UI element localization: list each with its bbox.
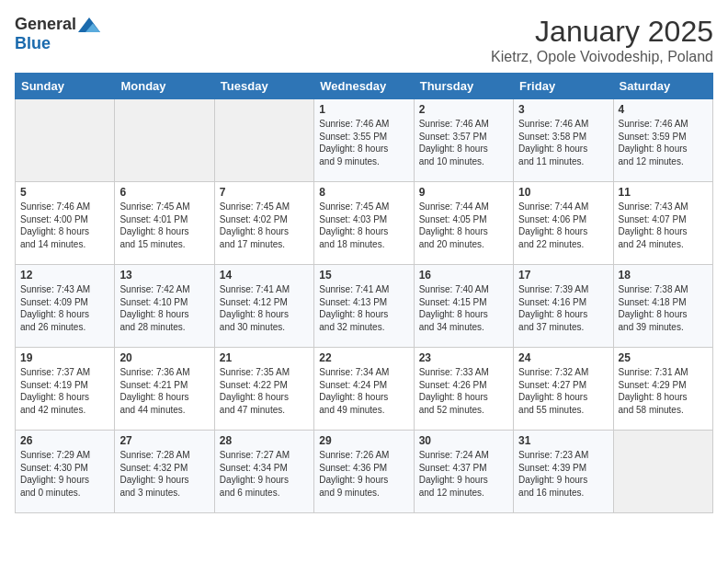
cell-content: Sunrise: 7:43 AM Sunset: 4:07 PM Dayligh… — [619, 201, 708, 250]
header-day-wednesday: Wednesday — [314, 74, 414, 99]
day-number: 21 — [220, 351, 309, 364]
calendar-cell: 25Sunrise: 7:31 AM Sunset: 4:29 PM Dayli… — [613, 348, 712, 431]
calendar-cell: 11Sunrise: 7:43 AM Sunset: 4:07 PM Dayli… — [613, 182, 712, 265]
calendar-cell: 10Sunrise: 7:44 AM Sunset: 4:06 PM Dayli… — [514, 182, 613, 265]
calendar-cell — [613, 431, 712, 513]
calendar-cell: 22Sunrise: 7:34 AM Sunset: 4:24 PM Dayli… — [314, 348, 414, 431]
week-row-2: 5Sunrise: 7:46 AM Sunset: 4:00 PM Daylig… — [16, 182, 713, 265]
calendar-cell: 7Sunrise: 7:45 AM Sunset: 4:02 PM Daylig… — [214, 182, 313, 265]
day-number: 1 — [319, 103, 408, 116]
calendar-cell: 27Sunrise: 7:28 AM Sunset: 4:32 PM Dayli… — [115, 431, 214, 513]
calendar-cell: 2Sunrise: 7:46 AM Sunset: 3:57 PM Daylig… — [414, 99, 513, 182]
calendar-cell: 23Sunrise: 7:33 AM Sunset: 4:26 PM Dayli… — [414, 348, 513, 431]
day-number: 24 — [518, 351, 608, 364]
day-number: 16 — [419, 269, 508, 282]
calendar-cell: 15Sunrise: 7:41 AM Sunset: 4:13 PM Dayli… — [314, 265, 414, 348]
location-title: Kietrz, Opole Voivodeship, Poland — [491, 49, 713, 65]
day-number: 4 — [619, 103, 708, 116]
cell-content: Sunrise: 7:46 AM Sunset: 4:00 PM Dayligh… — [20, 201, 109, 250]
week-row-3: 12Sunrise: 7:43 AM Sunset: 4:09 PM Dayli… — [16, 265, 713, 348]
day-number: 3 — [518, 103, 608, 116]
day-number: 20 — [119, 351, 209, 364]
calendar-cell — [214, 99, 313, 182]
cell-content: Sunrise: 7:27 AM Sunset: 4:34 PM Dayligh… — [220, 449, 309, 499]
day-number: 23 — [419, 351, 508, 364]
header-day-friday: Friday — [514, 74, 613, 99]
week-row-5: 26Sunrise: 7:29 AM Sunset: 4:30 PM Dayli… — [16, 431, 713, 513]
calendar-cell — [115, 99, 214, 182]
calendar-cell: 30Sunrise: 7:24 AM Sunset: 4:37 PM Dayli… — [414, 431, 513, 513]
day-number: 13 — [119, 269, 209, 282]
day-number: 28 — [220, 434, 309, 447]
cell-content: Sunrise: 7:45 AM Sunset: 4:02 PM Dayligh… — [220, 201, 309, 250]
cell-content: Sunrise: 7:44 AM Sunset: 4:06 PM Dayligh… — [518, 201, 608, 250]
calendar-cell: 19Sunrise: 7:37 AM Sunset: 4:19 PM Dayli… — [16, 348, 115, 431]
cell-content: Sunrise: 7:44 AM Sunset: 4:05 PM Dayligh… — [419, 201, 508, 250]
calendar-cell — [16, 99, 115, 182]
logo-general: General — [15, 15, 76, 34]
cell-content: Sunrise: 7:24 AM Sunset: 4:37 PM Dayligh… — [419, 449, 508, 499]
logo-blue: Blue — [15, 34, 51, 53]
cell-content: Sunrise: 7:32 AM Sunset: 4:27 PM Dayligh… — [518, 366, 608, 416]
calendar-cell: 31Sunrise: 7:23 AM Sunset: 4:39 PM Dayli… — [514, 431, 613, 513]
calendar-cell: 4Sunrise: 7:46 AM Sunset: 3:59 PM Daylig… — [613, 99, 712, 182]
day-number: 8 — [319, 186, 408, 199]
day-number: 22 — [319, 351, 408, 364]
calendar-cell: 8Sunrise: 7:45 AM Sunset: 4:03 PM Daylig… — [314, 182, 414, 265]
cell-content: Sunrise: 7:45 AM Sunset: 4:03 PM Dayligh… — [319, 201, 408, 250]
calendar-cell: 12Sunrise: 7:43 AM Sunset: 4:09 PM Dayli… — [16, 265, 115, 348]
month-title: January 2025 — [491, 15, 713, 49]
day-number: 17 — [518, 269, 608, 282]
calendar-cell: 21Sunrise: 7:35 AM Sunset: 4:22 PM Dayli… — [214, 348, 313, 431]
header-day-saturday: Saturday — [613, 74, 712, 99]
cell-content: Sunrise: 7:35 AM Sunset: 4:22 PM Dayligh… — [220, 366, 309, 416]
day-number: 27 — [119, 434, 209, 447]
header-day-monday: Monday — [115, 74, 214, 99]
cell-content: Sunrise: 7:41 AM Sunset: 4:13 PM Dayligh… — [319, 283, 408, 333]
day-number: 25 — [619, 351, 708, 364]
day-number: 30 — [419, 434, 508, 447]
day-number: 18 — [619, 269, 708, 282]
calendar-cell: 5Sunrise: 7:46 AM Sunset: 4:00 PM Daylig… — [16, 182, 115, 265]
week-row-4: 19Sunrise: 7:37 AM Sunset: 4:19 PM Dayli… — [16, 348, 713, 431]
cell-content: Sunrise: 7:46 AM Sunset: 3:58 PM Dayligh… — [518, 118, 608, 167]
day-number: 15 — [319, 269, 408, 282]
calendar-cell: 29Sunrise: 7:26 AM Sunset: 4:36 PM Dayli… — [314, 431, 414, 513]
day-number: 7 — [220, 186, 309, 199]
cell-content: Sunrise: 7:46 AM Sunset: 3:57 PM Dayligh… — [419, 118, 508, 167]
day-number: 11 — [619, 186, 708, 199]
day-number: 26 — [20, 434, 109, 447]
cell-content: Sunrise: 7:31 AM Sunset: 4:29 PM Dayligh… — [619, 366, 708, 416]
cell-content: Sunrise: 7:45 AM Sunset: 4:01 PM Dayligh… — [119, 201, 209, 250]
logo-icon — [78, 17, 100, 32]
calendar-cell: 9Sunrise: 7:44 AM Sunset: 4:05 PM Daylig… — [414, 182, 513, 265]
cell-content: Sunrise: 7:39 AM Sunset: 4:16 PM Dayligh… — [518, 283, 608, 333]
cell-content: Sunrise: 7:40 AM Sunset: 4:15 PM Dayligh… — [419, 283, 508, 333]
calendar-cell: 26Sunrise: 7:29 AM Sunset: 4:30 PM Dayli… — [16, 431, 115, 513]
cell-content: Sunrise: 7:46 AM Sunset: 3:59 PM Dayligh… — [619, 118, 708, 167]
day-number: 5 — [20, 186, 109, 199]
page-header: General Blue January 2025 Kietrz, Opole … — [15, 15, 713, 65]
day-number: 31 — [518, 434, 608, 447]
calendar-cell: 1Sunrise: 7:46 AM Sunset: 3:55 PM Daylig… — [314, 99, 414, 182]
day-number: 10 — [518, 186, 608, 199]
day-number: 14 — [220, 269, 309, 282]
cell-content: Sunrise: 7:28 AM Sunset: 4:32 PM Dayligh… — [119, 449, 209, 499]
logo: General Blue — [15, 15, 100, 53]
cell-content: Sunrise: 7:23 AM Sunset: 4:39 PM Dayligh… — [518, 449, 608, 499]
cell-content: Sunrise: 7:33 AM Sunset: 4:26 PM Dayligh… — [419, 366, 508, 416]
day-number: 29 — [319, 434, 408, 447]
calendar-cell: 24Sunrise: 7:32 AM Sunset: 4:27 PM Dayli… — [514, 348, 613, 431]
header-day-tuesday: Tuesday — [214, 74, 313, 99]
cell-content: Sunrise: 7:36 AM Sunset: 4:21 PM Dayligh… — [119, 366, 209, 416]
calendar-cell: 28Sunrise: 7:27 AM Sunset: 4:34 PM Dayli… — [214, 431, 313, 513]
calendar-cell: 14Sunrise: 7:41 AM Sunset: 4:12 PM Dayli… — [214, 265, 313, 348]
calendar-cell: 13Sunrise: 7:42 AM Sunset: 4:10 PM Dayli… — [115, 265, 214, 348]
header-day-thursday: Thursday — [414, 74, 513, 99]
calendar-cell: 20Sunrise: 7:36 AM Sunset: 4:21 PM Dayli… — [115, 348, 214, 431]
calendar-cell: 6Sunrise: 7:45 AM Sunset: 4:01 PM Daylig… — [115, 182, 214, 265]
cell-content: Sunrise: 7:29 AM Sunset: 4:30 PM Dayligh… — [20, 449, 109, 499]
calendar-cell: 17Sunrise: 7:39 AM Sunset: 4:16 PM Dayli… — [514, 265, 613, 348]
title-block: January 2025 Kietrz, Opole Voivodeship, … — [491, 15, 713, 65]
cell-content: Sunrise: 7:41 AM Sunset: 4:12 PM Dayligh… — [220, 283, 309, 333]
